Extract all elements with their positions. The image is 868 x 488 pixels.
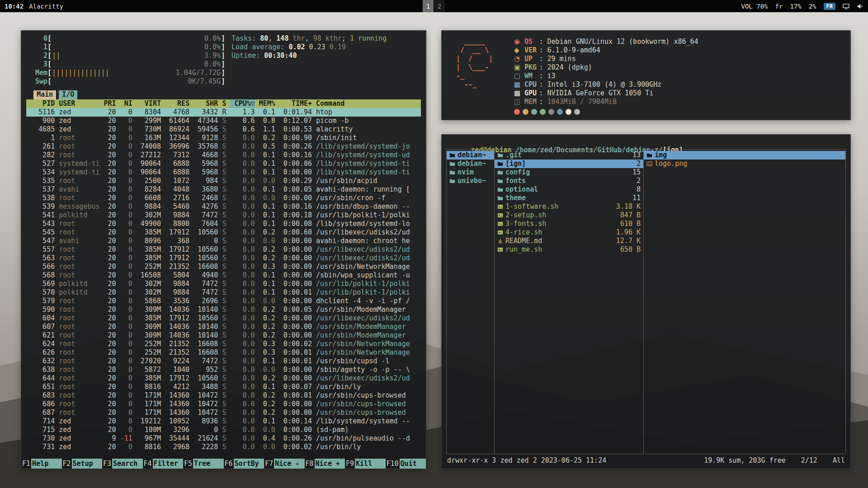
fkey-Tree[interactable]: F5Tree	[183, 459, 224, 469]
fkey-Setup[interactable]: F2Setup	[62, 459, 103, 469]
process-row[interactable]: 624root200252M2135216608S0.00.30:00.02/u…	[26, 340, 421, 348]
fkey-Nice[interactable]: F8Nice +	[305, 459, 345, 469]
file-row-img[interactable]: img	[644, 151, 845, 160]
process-row[interactable]: 714zed20019212109528936S0.00.10:00.14/li…	[26, 417, 421, 426]
cell-pid: 534	[26, 168, 55, 177]
fkey-Nice[interactable]: F7Nice -	[264, 459, 305, 469]
file-row-config[interactable]: config15	[495, 168, 643, 177]
process-row[interactable]: 621root200309M1403610140S0.00.20:00.00/u…	[26, 331, 421, 340]
file-row-3fontssh[interactable]: 3-fonts.sh610 B	[495, 220, 643, 228]
column-header-ni[interactable]: NI	[116, 99, 132, 108]
color-dot	[574, 109, 580, 115]
workspace-button-1[interactable]: 1	[423, 0, 434, 12]
htop-fkeys: F1HelpF2SetupF3SearchF4FilterF5TreeF6Sor…	[21, 459, 426, 469]
process-row[interactable]: 534systemd-ti2009006468885968S0.00.10:00…	[26, 168, 421, 177]
file-row-4ricesh[interactable]: 4-rice.sh1.96 K	[495, 228, 643, 237]
htop-tab-Main[interactable]: Main	[33, 90, 56, 99]
file-row-logopng[interactable]: logo.png	[644, 160, 845, 168]
column-header-res[interactable]: RES	[161, 99, 189, 108]
cell-pri: 20	[100, 237, 116, 245]
process-row[interactable]: 604root200385M1791210560S0.00.20:00.00/u…	[26, 314, 421, 323]
htop-tab-IO[interactable]: I/O	[59, 90, 77, 99]
cell-virt: 5872	[132, 366, 161, 374]
file-row-univbo[interactable]: univbo~	[447, 177, 494, 185]
file-row-optional[interactable]: optional8	[495, 185, 643, 194]
column-header-pid[interactable]: PID	[26, 99, 55, 108]
process-row[interactable]: 568root2001650858044940S0.00.10:00.00/sb…	[26, 271, 421, 280]
process-row[interactable]: 626root200252M2135216608S0.00.30:00.01/u…	[26, 348, 421, 357]
column-header-time[interactable]: TIME+	[275, 99, 312, 108]
process-row[interactable]: 282root2002721273124668S0.00.10:00.16/li…	[26, 151, 421, 160]
process-row[interactable]: 730zed9-11967M3544421624S0.00.40:00.26/u…	[26, 434, 421, 443]
process-row[interactable]: 261root200740083699635768S0.00.50:00.26/…	[26, 142, 421, 151]
file-row-git[interactable]: .git13	[495, 151, 643, 160]
fkey-Search[interactable]: F3Search	[102, 459, 143, 469]
fkey-Quit[interactable]: F10Quit	[386, 459, 426, 469]
process-row[interactable]: 638root20058721040952S0.00.00:00.00/sbin…	[26, 366, 421, 374]
process-row[interactable]: 686root200171M1436010472S0.00.20:00.00/u…	[26, 400, 421, 408]
file-row-theme[interactable]: theme11	[495, 194, 643, 202]
file-row-READMEmd[interactable]: README.md12.7 K	[495, 237, 643, 245]
process-row[interactable]: 539messagebus200988454604276S0.00.10:00.…	[26, 202, 421, 211]
fkey-Help[interactable]: F1Help	[21, 459, 62, 469]
process-row[interactable]: 715zed200100M32960S0.00.00:00.00(sd-pam)	[26, 426, 421, 434]
process-row[interactable]: 541polkitd200302M98847472S0.00.10:00.18/…	[26, 211, 421, 220]
cell-res: 9884	[161, 280, 189, 288]
process-row[interactable]: 547avahi20080963680S0.00.00:00.00avahi-d…	[26, 237, 421, 245]
process-row[interactable]: 545root200385M1791210560S0.00.20:00.60/u…	[26, 228, 421, 237]
column-header-shr[interactable]: SHR	[189, 99, 218, 108]
file-row-debian[interactable]: debian~	[447, 160, 494, 168]
file-row-fonts[interactable]: fonts2	[495, 177, 643, 185]
cell-pid: 731	[26, 443, 55, 451]
process-row[interactable]: 563root200385M1791210560S0.00.20:00.00/u…	[26, 254, 421, 263]
fkey-SortBy[interactable]: F6SortBy	[224, 459, 264, 469]
cell-time: 0:00.00	[275, 426, 312, 434]
process-row[interactable]: 687root200171M1436010472S0.00.20:00.00/u…	[26, 408, 421, 417]
file-name: img	[655, 151, 667, 160]
column-header-pri[interactable]: PRI	[100, 99, 116, 108]
fkey-number: F4	[143, 459, 153, 469]
workspace-button-2[interactable]: 2	[434, 0, 445, 12]
file-row-2setupsh[interactable]: 2-setup.sh847 B	[495, 211, 643, 220]
cell-user: polkitd	[55, 288, 99, 297]
process-row[interactable]: 569polkitd200302M98847472S0.00.10:00.00/…	[26, 280, 421, 288]
column-header-virt[interactable]: VIRT	[132, 99, 161, 108]
fkey-Filter[interactable]: F4Filter	[143, 459, 184, 469]
process-row[interactable]: 527systemd-ti2009006468885968S0.00.10:00…	[26, 160, 421, 168]
process-row[interactable]: 535root20025001072984S0.00.00:00.29/usr/…	[26, 177, 421, 185]
process-row[interactable]: 537avahi200828440483680S0.00.10:00.05ava…	[26, 185, 421, 194]
process-row[interactable]: 543root2004990088007604S0.00.10:00.08/li…	[26, 220, 421, 228]
process-row[interactable]: 632root2002702092247472S0.00.10:00.01/us…	[26, 357, 421, 366]
process-row[interactable]: 579root200586835362696S0.00.00:00.00dhcl…	[26, 297, 421, 305]
column-header-s[interactable]: S	[218, 99, 230, 108]
cell-shr: 952	[189, 366, 218, 374]
file-row-run_mesh[interactable]: run_me.sh650 B	[495, 245, 643, 254]
process-row[interactable]: 590root200309M1403610140S0.00.20:00.05/u…	[26, 305, 421, 314]
process-row[interactable]: 644root200385M1791210560S0.00.20:00.00/u…	[26, 374, 421, 383]
file-row-nvim[interactable]: nvim	[447, 168, 494, 177]
column-header-mem[interactable]: MEM%	[255, 99, 275, 108]
process-row[interactable]: 1root200163M123449128S0.00.20:00.90/sbin…	[26, 134, 421, 142]
process-row[interactable]: 900zed200299M6146447344S0.60.80:12.07pic…	[26, 117, 421, 125]
file-row-ign[interactable]: [ign]2	[495, 160, 643, 168]
process-row[interactable]: 4685zed200730M8692459456S0.61.10:00.53al…	[26, 125, 421, 134]
process-row[interactable]: 557root200385M1791210560S0.00.20:00.00/u…	[26, 245, 421, 254]
process-row[interactable]: 538root200660827162468S0.00.00:00.00/usr…	[26, 194, 421, 202]
fkey-Kill[interactable]: F9Kill	[345, 459, 386, 469]
process-row[interactable]: 566root200252M2135216608S0.00.30:00.09/u…	[26, 263, 421, 271]
process-row[interactable]: 5116zed200830447683432R1.30.10:01.94htop	[26, 108, 421, 117]
process-row[interactable]: 651root200881642123488S0.00.10:00.07/usr…	[26, 383, 421, 391]
column-header-cpu[interactable]: CPU%▽	[230, 99, 255, 108]
cell-time: 0:01.94	[275, 108, 312, 117]
file-row-1softwaresh[interactable]: 1-software.sh3.18 K	[495, 202, 643, 211]
process-row[interactable]: 731zed200881629682228S0.00.00:00.02/usr/…	[26, 443, 421, 451]
column-header-user[interactable]: USER	[55, 99, 99, 108]
cell-pri: 20	[100, 297, 116, 305]
cell-cmd: /usr/lib/polkit-1/polki	[312, 280, 421, 288]
process-row[interactable]: 570polkitd200302M98847472S0.00.10:00.01/…	[26, 288, 421, 297]
process-row[interactable]: 607root200309M1403610140S0.00.20:00.00/u…	[26, 323, 421, 331]
file-row-debian[interactable]: debian~	[447, 151, 494, 160]
process-row[interactable]: 683root200171M1436010472S0.00.20:00.01/u…	[26, 391, 421, 400]
cell-time: 0:00.14	[275, 417, 312, 426]
column-header-cmd[interactable]: Command	[312, 99, 421, 108]
